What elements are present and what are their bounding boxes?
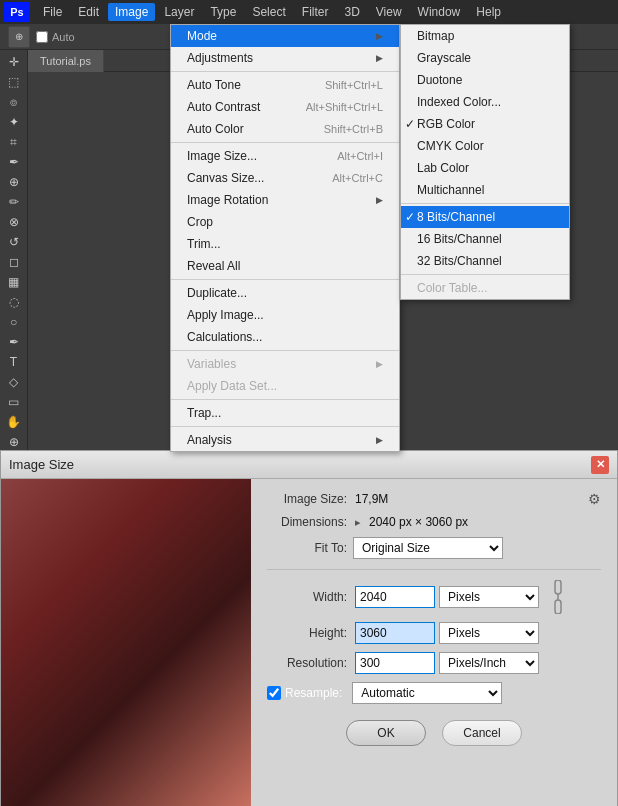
gear-icon[interactable]: ⚙ [588, 491, 601, 507]
marquee-tool[interactable]: ⬚ [3, 74, 25, 91]
svg-rect-1 [555, 600, 561, 614]
submenu-arrow-analysis: ▶ [376, 435, 383, 445]
eraser-tool[interactable]: ◻ [3, 254, 25, 271]
submenu-arrow-adjustments: ▶ [376, 53, 383, 63]
text-tool[interactable]: T [3, 353, 25, 370]
menu-file[interactable]: File [36, 3, 69, 21]
menu-3d[interactable]: 3D [337, 3, 366, 21]
cancel-button[interactable]: Cancel [442, 720, 522, 746]
mode-duotone[interactable]: Duotone [401, 69, 569, 91]
healing-tool[interactable]: ⊕ [3, 174, 25, 191]
menu-item-apply-image[interactable]: Apply Image... [171, 304, 399, 326]
mode-separator-1 [401, 203, 569, 204]
resample-select[interactable]: Automatic [352, 682, 502, 704]
menu-layer[interactable]: Layer [157, 3, 201, 21]
submenu-arrow-rotation: ▶ [376, 195, 383, 205]
menu-separator-5 [171, 399, 399, 400]
auto-checkbox[interactable] [36, 31, 48, 43]
resolution-input[interactable] [355, 652, 435, 674]
dialog-close-button[interactable]: ✕ [591, 456, 609, 474]
resolution-unit-select[interactable]: Pixels/Inch [439, 652, 539, 674]
menu-item-analysis[interactable]: Analysis ▶ [171, 429, 399, 451]
mode-16bits[interactable]: 16 Bits/Channel [401, 228, 569, 250]
hand-tool[interactable]: ✋ [3, 413, 25, 430]
menu-item-mode[interactable]: Mode ▶ [171, 25, 399, 47]
form-panel: Image Size: 17,9M ⚙ Dimensions: ▸ 2040 p… [251, 479, 617, 806]
menu-select[interactable]: Select [245, 3, 292, 21]
dialog-body: Image Size: 17,9M ⚙ Dimensions: ▸ 2040 p… [1, 479, 617, 806]
menu-item-auto-tone[interactable]: Auto Tone Shift+Ctrl+L [171, 74, 399, 96]
menu-item-auto-color[interactable]: Auto Color Shift+Ctrl+B [171, 118, 399, 140]
menu-item-apply-data-set: Apply Data Set... [171, 375, 399, 397]
resample-row: Resample: Automatic [267, 682, 601, 704]
menu-separator-2 [171, 142, 399, 143]
ps-logo: Ps [4, 2, 30, 22]
shape-tool[interactable]: ▭ [3, 393, 25, 410]
width-input[interactable] [355, 586, 435, 608]
mode-8bits[interactable]: 8 Bits/Channel [401, 206, 569, 228]
menu-type[interactable]: Type [203, 3, 243, 21]
lasso-tool[interactable]: ⌾ [3, 94, 25, 111]
fit-to-select[interactable]: Original Size [353, 537, 503, 559]
gradient-tool[interactable]: ▦ [3, 273, 25, 290]
menu-window[interactable]: Window [411, 3, 468, 21]
dodge-tool[interactable]: ○ [3, 313, 25, 330]
height-label: Height: [267, 626, 347, 640]
image-size-label: Image Size: [267, 492, 347, 506]
pen-tool[interactable]: ✒ [3, 333, 25, 350]
mode-cmyk-color[interactable]: CMYK Color [401, 135, 569, 157]
menu-item-reveal-all[interactable]: Reveal All [171, 255, 399, 277]
menu-edit[interactable]: Edit [71, 3, 106, 21]
menu-item-image-rotation[interactable]: Image Rotation ▶ [171, 189, 399, 211]
eyedropper-tool[interactable]: ✒ [3, 154, 25, 171]
dimensions-value: 2040 px × 3060 px [369, 515, 468, 529]
document-tab[interactable]: Tutorial.ps [28, 50, 104, 72]
move-tool-btn[interactable]: ⊕ [8, 26, 30, 48]
ok-button[interactable]: OK [346, 720, 426, 746]
resample-checkbox[interactable] [267, 686, 281, 700]
blur-tool[interactable]: ◌ [3, 293, 25, 310]
zoom-tool[interactable]: ⊕ [3, 433, 25, 450]
menu-view[interactable]: View [369, 3, 409, 21]
dimensions-arrow[interactable]: ▸ [355, 516, 361, 529]
mode-multichannel[interactable]: Multichannel [401, 179, 569, 201]
width-unit-select[interactable]: Pixels [439, 586, 539, 608]
menu-item-trim[interactable]: Trim... [171, 233, 399, 255]
menu-item-auto-contrast[interactable]: Auto Contrast Alt+Shift+Ctrl+L [171, 96, 399, 118]
mode-grayscale[interactable]: Grayscale [401, 47, 569, 69]
width-row: Width: Pixels [267, 580, 601, 614]
mode-indexed-color[interactable]: Indexed Color... [401, 91, 569, 113]
resolution-label: Resolution: [267, 656, 347, 670]
crop-tool[interactable]: ⌗ [3, 134, 25, 151]
history-tool[interactable]: ↺ [3, 234, 25, 251]
mode-color-table: Color Table... [401, 277, 569, 299]
menu-item-adjustments[interactable]: Adjustments ▶ [171, 47, 399, 69]
menu-help[interactable]: Help [469, 3, 508, 21]
menu-item-image-size[interactable]: Image Size... Alt+Ctrl+I [171, 145, 399, 167]
height-unit-select[interactable]: Pixels [439, 622, 539, 644]
menu-image[interactable]: Image [108, 3, 155, 21]
menu-item-duplicate[interactable]: Duplicate... [171, 282, 399, 304]
clone-tool[interactable]: ⊗ [3, 214, 25, 231]
menu-item-trap[interactable]: Trap... [171, 402, 399, 424]
submenu-arrow-mode: ▶ [376, 31, 383, 41]
height-input[interactable] [355, 622, 435, 644]
move-tool[interactable]: ✛ [3, 54, 25, 71]
menu-separator-3 [171, 279, 399, 280]
chain-link-icon [551, 580, 565, 614]
menu-item-calculations[interactable]: Calculations... [171, 326, 399, 348]
quick-select-tool[interactable]: ✦ [3, 114, 25, 131]
form-separator [267, 569, 601, 570]
mode-32bits[interactable]: 32 Bits/Channel [401, 250, 569, 272]
image-size-dialog: Image Size ✕ Image Size: 17,9M ⚙ Dimensi… [0, 450, 618, 806]
dialog-buttons: OK Cancel [267, 720, 601, 746]
auto-label: Auto [52, 31, 75, 43]
mode-lab-color[interactable]: Lab Color [401, 157, 569, 179]
brush-tool[interactable]: ✏ [3, 194, 25, 211]
mode-bitmap[interactable]: Bitmap [401, 25, 569, 47]
path-tool[interactable]: ◇ [3, 373, 25, 390]
menu-item-canvas-size[interactable]: Canvas Size... Alt+Ctrl+C [171, 167, 399, 189]
menu-item-crop[interactable]: Crop [171, 211, 399, 233]
menu-filter[interactable]: Filter [295, 3, 336, 21]
mode-rgb-color[interactable]: RGB Color [401, 113, 569, 135]
